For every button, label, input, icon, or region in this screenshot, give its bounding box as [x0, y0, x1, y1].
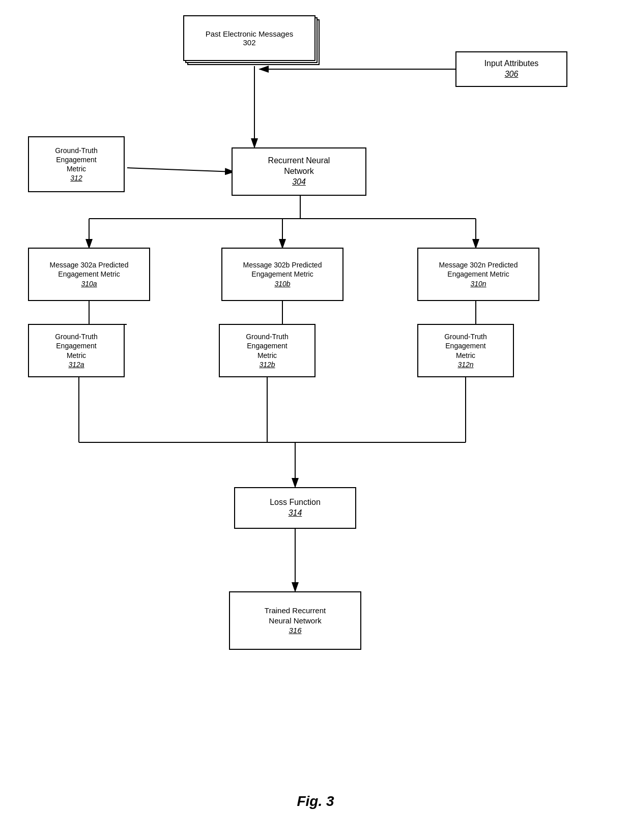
- rnn-box: Recurrent NeuralNetwork 304: [232, 147, 366, 196]
- msg-310a-label: Message 302a PredictedEngagement Metric: [50, 260, 129, 279]
- input-attributes-box: Input Attributes 306: [455, 51, 567, 87]
- msg-310a-box: Message 302a PredictedEngagement Metric …: [28, 248, 150, 301]
- loss-function-label: Loss Function: [270, 497, 321, 508]
- gt-312n-label: Ground-TruthEngagementMetric: [444, 332, 487, 360]
- input-attributes-ref: 306: [505, 69, 519, 80]
- gt-main-ref: 312: [70, 173, 82, 183]
- gt-312a-label: Ground-TruthEngagementMetric: [55, 332, 98, 360]
- gt-312b-label: Ground-TruthEngagementMetric: [246, 332, 289, 360]
- svg-line-3: [127, 168, 234, 172]
- input-attributes-label: Input Attributes: [484, 58, 539, 69]
- msg-310a-ref: 310a: [81, 279, 97, 288]
- trained-rnn-ref: 316: [289, 625, 301, 636]
- gt-312b-ref: 312b: [259, 360, 275, 369]
- rnn-label: Recurrent NeuralNetwork: [268, 156, 330, 177]
- gt-312b-box: Ground-TruthEngagementMetric 312b: [219, 324, 316, 377]
- msg-310n-ref: 310n: [470, 279, 486, 288]
- gt-main-label: Ground-TruthEngagementMetric: [55, 146, 98, 174]
- arrows-svg: [0, 0, 631, 840]
- msg-310b-label: Message 302b PredictedEngagement Metric: [243, 260, 322, 279]
- figure-label: Fig. 3: [297, 793, 334, 809]
- gt-312a-box: Ground-TruthEngagementMetric 312a: [28, 324, 125, 377]
- msg-310n-label: Message 302n PredictedEngagement Metric: [439, 260, 518, 279]
- msg-310n-box: Message 302n PredictedEngagement Metric …: [417, 248, 539, 301]
- gt-312n-box: Ground-TruthEngagementMetric 312n: [417, 324, 514, 377]
- msg-310b-ref: 310b: [274, 279, 290, 288]
- past-messages-ref: 302: [243, 38, 255, 47]
- loss-function-box: Loss Function 314: [234, 487, 356, 529]
- rnn-ref: 304: [292, 177, 306, 188]
- trained-rnn-box: Trained RecurrentNeural Network 316: [229, 591, 361, 650]
- ground-truth-main-box: Ground-TruthEngagementMetric 312: [28, 136, 125, 192]
- loss-function-ref: 314: [289, 508, 302, 519]
- past-messages-label: Past Electronic Messages: [206, 29, 294, 38]
- msg-310b-box: Message 302b PredictedEngagement Metric …: [221, 248, 343, 301]
- past-messages-stack: Past Electronic Messages 302: [183, 15, 326, 66]
- trained-rnn-label: Trained RecurrentNeural Network: [265, 606, 326, 625]
- diagram: Past Electronic Messages 302 Input Attri…: [0, 0, 631, 840]
- gt-312n-ref: 312n: [457, 360, 473, 369]
- gt-312a-ref: 312a: [68, 360, 84, 369]
